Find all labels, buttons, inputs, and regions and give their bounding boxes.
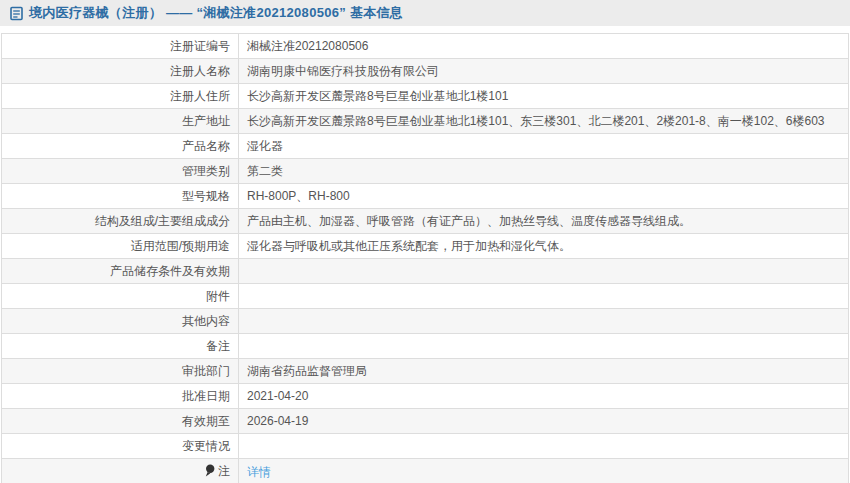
row-value: 湘械注准20212080506 (239, 34, 849, 59)
row-label: 注 (2, 459, 239, 483)
row-label: 有效期至 (2, 409, 239, 434)
row-value: 2021-04-20 (239, 384, 849, 409)
row-value: 湖南明康中锦医疗科技股份有限公司 (239, 59, 849, 84)
row-value (239, 434, 849, 459)
table-row-production-address: 生产地址 长沙高新开发区麓景路8号巨星创业基地北1楼101、东三楼301、北二楼… (2, 109, 849, 134)
page-header: 境内医疗器械（注册） —— “湘械注准20212080506” 基本信息 (0, 0, 850, 26)
row-value: 详情 (239, 459, 849, 483)
row-value: 长沙高新开发区麓景路8号巨星创业基地北1楼101 (239, 84, 849, 109)
row-label: 审批部门 (2, 359, 239, 384)
table-row-approval-date: 批准日期 2021-04-20 (2, 384, 849, 409)
row-value: 湿化器 (239, 134, 849, 159)
basic-info-table: 注册证编号 湘械注准20212080506 注册人名称 湖南明康中锦医疗科技股份… (1, 33, 849, 483)
table-row-note: 注 详情 (2, 459, 849, 483)
row-label: 产品名称 (2, 134, 239, 159)
table-row-registrant-address: 注册人住所 长沙高新开发区麓景路8号巨星创业基地北1楼101 (2, 84, 849, 109)
row-value: 产品由主机、加湿器、呼吸管路（有证产品）、加热丝导线、温度传感器导线组成。 (239, 209, 849, 234)
table-row-management-category: 管理类别 第二类 (2, 159, 849, 184)
row-value: 2026-04-19 (239, 409, 849, 434)
row-value: 湖南省药品监督管理局 (239, 359, 849, 384)
row-value: RH-800P、RH-800 (239, 184, 849, 209)
table-row-attachment: 附件 (2, 284, 849, 309)
row-label: 附件 (2, 284, 239, 309)
row-label: 生产地址 (2, 109, 239, 134)
row-label: 适用范围/预期用途 (2, 234, 239, 259)
page-title: 境内医疗器械（注册） —— “湘械注准20212080506” 基本信息 (29, 4, 403, 22)
row-label: 注册证编号 (2, 34, 239, 59)
row-label: 结构及组成/主要组成成分 (2, 209, 239, 234)
table-row-other-content: 其他内容 (2, 309, 849, 334)
row-label: 注册人住所 (2, 84, 239, 109)
pin-icon (205, 464, 215, 480)
row-value (239, 259, 849, 284)
table-row-product-name: 产品名称 湿化器 (2, 134, 849, 159)
row-value (239, 284, 849, 309)
row-label: 管理类别 (2, 159, 239, 184)
row-label: 注册人名称 (2, 59, 239, 84)
table-row-registration-cert-number: 注册证编号 湘械注准20212080506 (2, 34, 849, 59)
row-label: 产品储存条件及有效期 (2, 259, 239, 284)
row-label: 型号规格 (2, 184, 239, 209)
table-row-storage-conditions: 产品储存条件及有效期 (2, 259, 849, 284)
table-row-change-status: 变更情况 (2, 434, 849, 459)
row-label: 其他内容 (2, 309, 239, 334)
document-icon (10, 6, 23, 21)
row-value: 长沙高新开发区麓景路8号巨星创业基地北1楼101、东三楼301、北二楼201、2… (239, 109, 849, 134)
row-value: 湿化器与呼吸机或其他正压系统配套，用于加热和湿化气体。 (239, 234, 849, 259)
row-label: 变更情况 (2, 434, 239, 459)
row-value (239, 309, 849, 334)
table-row-model-specification: 型号规格 RH-800P、RH-800 (2, 184, 849, 209)
row-label: 备注 (2, 334, 239, 359)
table-row-intended-use: 适用范围/预期用途 湿化器与呼吸机或其他正压系统配套，用于加热和湿化气体。 (2, 234, 849, 259)
table-row-remarks: 备注 (2, 334, 849, 359)
note-label: 注 (218, 464, 230, 478)
row-value: 第二类 (239, 159, 849, 184)
table-row-structure-composition: 结构及组成/主要组成成分 产品由主机、加湿器、呼吸管路（有证产品）、加热丝导线、… (2, 209, 849, 234)
table-row-approval-department: 审批部门 湖南省药品监督管理局 (2, 359, 849, 384)
table-row-valid-until: 有效期至 2026-04-19 (2, 409, 849, 434)
row-value (239, 334, 849, 359)
detail-link[interactable]: 详情 (247, 465, 271, 479)
row-label: 批准日期 (2, 384, 239, 409)
table-row-registrant-name: 注册人名称 湖南明康中锦医疗科技股份有限公司 (2, 59, 849, 84)
